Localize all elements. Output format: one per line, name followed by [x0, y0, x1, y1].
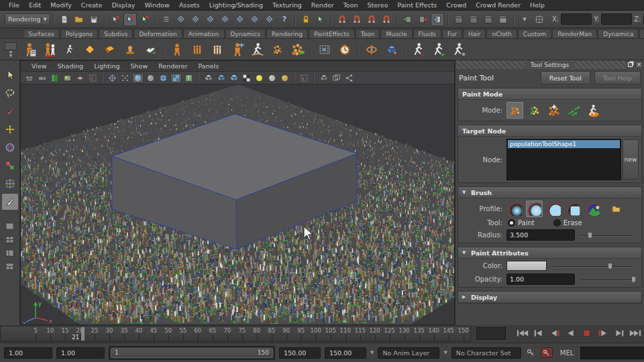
color-slider[interactable]: [553, 261, 633, 271]
menu-item-help[interactable]: Help: [525, 1, 549, 9]
hypershade-layout[interactable]: [2, 260, 18, 272]
x-input[interactable]: [561, 13, 592, 25]
render-current-frame-icon[interactable]: [452, 13, 466, 26]
shelf-tab-hair[interactable]: Hair: [463, 29, 486, 38]
menu-item-crowd[interactable]: Crowd: [441, 1, 471, 9]
range-slider[interactable]: 1 150: [109, 346, 275, 360]
shelf-icon-navmesh[interactable]: [100, 40, 120, 60]
shelf-icon-walk-cache[interactable]: >: [449, 40, 469, 60]
panel-menu-renderer[interactable]: Renderer: [153, 62, 193, 70]
shelf-icon-paint-stamp[interactable]: [120, 40, 140, 60]
deformation-mask-icon[interactable]: [233, 13, 247, 26]
inputs-to-selected-icon[interactable]: [401, 13, 415, 26]
flat-lights-icon[interactable]: [279, 73, 290, 83]
share-view-icon[interactable]: [343, 73, 355, 83]
shelf-tab-fur[interactable]: Fur: [442, 29, 462, 38]
playback-start-field[interactable]: 1.00: [4, 347, 52, 359]
shelf-icon-walk-convert[interactable]: >: [429, 40, 449, 60]
paint-color-mode-button[interactable]: [526, 102, 543, 119]
backface-culling-icon[interactable]: [228, 73, 239, 83]
browse-profile-folder-icon[interactable]: [608, 200, 625, 217]
universal-manipulator[interactable]: [2, 176, 18, 192]
menu-item-stereo[interactable]: Stereo: [363, 1, 393, 9]
shelf-icon-particle-emission[interactable]: [268, 40, 288, 60]
shelf-icon-field-locator[interactable]: [362, 40, 382, 60]
isolate-select-icon[interactable]: [87, 73, 99, 83]
bookmarks-icon[interactable]: [49, 73, 60, 83]
step-forward-key-button[interactable]: [596, 327, 610, 339]
animation-end-field[interactable]: 150.00: [279, 347, 321, 359]
opacity-slider[interactable]: [582, 275, 633, 284]
square-profile-button[interactable]: [565, 200, 582, 217]
render-settings-icon[interactable]: [496, 13, 510, 26]
current-frame-marker[interactable]: [81, 327, 85, 341]
ipr-render-icon[interactable]: [467, 13, 480, 26]
color-swatch[interactable]: [506, 261, 547, 271]
shelf-tab-toon[interactable]: Toon: [356, 29, 380, 38]
shelf-tab-polygons[interactable]: Polygons: [60, 29, 98, 38]
joint-mask-icon[interactable]: [189, 13, 203, 26]
default-material-icon[interactable]: [203, 73, 214, 83]
select-camera-icon[interactable]: [23, 73, 35, 83]
menu-item-render[interactable]: Render: [307, 1, 339, 9]
rotate-tool[interactable]: [2, 139, 18, 156]
radius-slider[interactable]: [582, 231, 633, 240]
radius-field[interactable]: 3.500: [506, 229, 575, 241]
shelf-tab-dynamics[interactable]: Dynamics: [225, 29, 266, 38]
step-back-key-button[interactable]: [547, 327, 562, 339]
menu-item-paint-effects[interactable]: Paint Effects: [392, 1, 441, 9]
shelf-icon-crowd-variation[interactable]: [207, 40, 227, 60]
panel-menu-panels[interactable]: Panels: [193, 62, 225, 70]
target-node-header[interactable]: Target Node: [458, 125, 641, 137]
textured-icon[interactable]: [170, 73, 182, 83]
playback-end-field[interactable]: 150.00: [325, 347, 366, 359]
render-sequence-icon[interactable]: [482, 13, 495, 26]
shelf-tab-rendering[interactable]: Rendering: [266, 29, 308, 38]
selection-menu-icon[interactable]: ▼: [518, 13, 531, 26]
menu-item-create[interactable]: Create: [76, 1, 107, 9]
chevron-down-icon[interactable]: ▼: [443, 350, 447, 355]
set-key-icon[interactable]: [526, 348, 535, 357]
highlight-selection-icon[interactable]: [314, 13, 327, 26]
shelf-icon-physics-box[interactable]: [382, 40, 402, 60]
select-by-component-icon[interactable]: [138, 13, 152, 26]
step-forward-frame-button[interactable]: [612, 327, 627, 339]
shaded-icon[interactable]: [145, 73, 156, 83]
select-tool[interactable]: [2, 67, 18, 83]
open-scene-icon[interactable]: [72, 13, 86, 26]
shaded-smooth-icon[interactable]: [132, 73, 144, 83]
menu-item-texturing[interactable]: Texturing: [268, 1, 307, 9]
paint-vector-mode-button[interactable]: [565, 102, 582, 119]
brush-header[interactable]: ▼ Brush: [458, 187, 641, 198]
shelf-icon-crowd-character[interactable]: [167, 40, 187, 60]
paint-mode-header[interactable]: Paint Mode: [458, 88, 641, 100]
auto-keyframe-icon[interactable]: [541, 347, 553, 358]
chevron-down-icon[interactable]: ▼: [370, 350, 374, 355]
reset-tool-button[interactable]: Reset Tool: [541, 71, 590, 84]
shelf-tab-deformation[interactable]: Deformation: [133, 29, 182, 38]
menu-item-file[interactable]: File: [4, 1, 24, 9]
checker-material-icon[interactable]: [241, 73, 252, 83]
outputs-from-selected-icon[interactable]: [416, 13, 429, 26]
play-backwards-button[interactable]: [564, 327, 578, 339]
image-profile-button[interactable]: [584, 200, 601, 217]
shelf-icon-ground-adaptation[interactable]: >: [248, 40, 268, 60]
shelf-tab-arnold[interactable]: Arnold: [639, 29, 644, 38]
select-by-object-icon[interactable]: [123, 13, 137, 26]
shelf-icon-crowd-motion[interactable]: [60, 40, 80, 60]
shelf-tab-custom[interactable]: Custom: [518, 29, 551, 38]
new-node-button[interactable]: new: [623, 139, 639, 180]
misc-mask-icon[interactable]: ?: [278, 13, 291, 26]
character-set-field[interactable]: No Character Set: [451, 347, 521, 359]
select-by-hierarchy-icon[interactable]: [109, 13, 122, 26]
go-to-end-button[interactable]: [628, 327, 643, 339]
solid-profile-button[interactable]: [545, 200, 562, 217]
shelf-tab-muscle[interactable]: Muscle: [380, 29, 412, 38]
paint-radio[interactable]: [508, 219, 515, 227]
snap-to-grid-icon[interactable]: [335, 13, 349, 26]
overlap-view-icon[interactable]: [331, 73, 342, 83]
menu-item-toon[interactable]: Toon: [339, 1, 363, 9]
panel-menu-shading[interactable]: Shading: [52, 62, 89, 70]
menu-item-crowd-render[interactable]: Crowd Render: [471, 1, 525, 9]
center-pivot-icon[interactable]: [533, 13, 546, 26]
